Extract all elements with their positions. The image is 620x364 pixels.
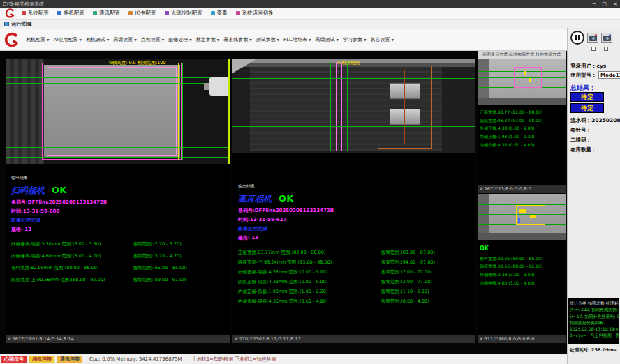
chevron-down-icon: ▼ — [162, 38, 164, 42]
toolbar-button-camera-config[interactable]: 相机配置▼ — [24, 35, 51, 45]
alarm-range: 报警范围:(2.00 - 77.00) — [381, 269, 432, 275]
chevron-down-icon: ▼ — [277, 38, 279, 42]
measure-overlay-label: N轴高度: 93. 检测范围:100 — [109, 60, 166, 66]
measurement-row: 正极宽度:83.77mm 范围:(82.00 - 88.00)报警范围:(83.… — [238, 250, 473, 256]
tab-run-image[interactable]: 运行图像 — [4, 21, 32, 28]
measurement-row: 外侧正极-隔膜:4.38mm 范围:(0.00 - 9.00)报警范围:(2.0… — [238, 269, 473, 275]
aux-measure-value: 隔膜宽度:90.56 (88.00 - 92.00) — [480, 262, 563, 271]
roi-rect — [514, 67, 542, 88]
machine-frame — [6, 59, 44, 164]
menu-item-light-config[interactable]: 光源控制配置 — [165, 10, 202, 17]
pin-number-label: 卷针号： — [570, 127, 591, 134]
toolbar: 相机配置▼ AI使用配置▼ 相机调试▼ 高级设置▼ 点检设置▼ 图像处理▼ 标定… — [0, 29, 567, 51]
camera-view-aux-top[interactable]: 正极宽度:83.77 (82.00 - 88.00) 隔膜宽度:95.24 (9… — [478, 59, 566, 193]
camera-view-left[interactable]: N轴高度: 93. 检测范围:100 输出结果 扫码相机 OK 条码号:DFFl… — [6, 59, 230, 335]
close-button[interactable]: ✕ — [613, 1, 617, 7]
toolbar-button-plc-address[interactable]: PLC地址表▼ — [281, 35, 313, 45]
menu-icon — [57, 11, 61, 15]
edge-line-green — [347, 62, 348, 151]
camera-title: 高度相机 — [238, 194, 272, 204]
menu-item-view[interactable]: 查看 — [211, 10, 228, 17]
stats-line: 2025.02.08-13:31:39:45: — [570, 326, 618, 332]
gripper-arm — [204, 83, 209, 90]
button-label: 高级测试 — [316, 36, 335, 43]
aux-measure-value: 卷料宽度:82.05 (80.00 - 86.00) — [480, 255, 563, 263]
camera-button-top[interactable] — [587, 33, 598, 43]
comm-connection-badge[interactable]: 通讯连接 — [57, 356, 82, 363]
model-select[interactable]: Mode11 ▼ — [598, 71, 620, 79]
menu-label: 查看 — [217, 10, 228, 17]
menu-label: IO卡配置 — [135, 10, 156, 17]
measure-line — [6, 157, 230, 158]
menu-bar: 系统配置 相机配置 通讯配置 IO卡配置 光源控制配置 查看 系统语言切换 — [0, 8, 620, 20]
status-bar: 心跳信号 相机连接 通讯连接 Cpu: 0.0% Memory: 3424.41… — [0, 354, 567, 364]
toolbar-button-baseline-params[interactable]: 基准线参数▼ — [221, 35, 253, 45]
button-label: 相机调试 — [86, 36, 105, 43]
toolbar-button-calibration-params[interactable]: 标定参数▼ — [194, 35, 221, 45]
measure-line — [6, 142, 230, 142]
barcode-text: 条码号:DFFline2025020813313472B — [238, 207, 473, 214]
layout-mode-bar[interactable]: 画面显示方式 标准布局方式 拉伸布局方式 — [478, 51, 566, 59]
chevron-down-icon: ▼ — [364, 38, 366, 42]
ai-overlay-label: AI检测框图 — [337, 60, 360, 66]
model-line: 使用型号： — [570, 72, 597, 79]
button-label: PLC地址表 — [283, 36, 307, 43]
toolbar-button-advanced-settings[interactable]: 高级设置▼ — [111, 35, 138, 45]
measurement-row: 外侧卷线-隔膜:3.38mm 范围:(3.00 - 3.50)报警范围:(2.2… — [11, 241, 228, 248]
measurement-row: 内侧正极-负极:1.93mm 范围:(1.00 - 2.20)报警范围:(1.1… — [238, 289, 473, 295]
pause-button[interactable] — [570, 31, 584, 45]
stats-line: 0~cys=一号上料检测一图像 — [570, 332, 618, 338]
alarm-range: 报警范围:(0.60 - 4.00) — [381, 298, 429, 305]
camera-view-aux-bottom[interactable]: OK 卷料宽度:82.05 (80.00 - 86.00) 隔膜宽度:90.56… — [478, 194, 566, 335]
camera-view-middle[interactable]: AI检测框图 输出结果 高度相机 OK 条码号:DFFline202502081… — [232, 59, 475, 335]
camera-checkboxes — [591, 47, 608, 51]
menu-item-comm-config[interactable]: 通讯配置 — [93, 10, 120, 17]
gripper — [209, 77, 230, 96]
toolbar-button-advanced-test[interactable]: 高级测试▼ — [313, 35, 341, 45]
sidebar-controls — [570, 31, 612, 45]
camera-connection-badge[interactable]: 相机连接 — [29, 356, 54, 363]
measure-value: 隔膜宽度-上:90.56mm 范围:(88.00 - 92.00) — [11, 277, 133, 283]
camera-image-aux-top — [478, 59, 566, 105]
menu-label: 相机配置 — [64, 10, 84, 17]
toolbar-button-image-processing[interactable]: 图像处理▼ — [166, 35, 193, 45]
roi-rect-red — [404, 70, 427, 144]
chevron-down-icon: ▼ — [189, 38, 191, 42]
minimize-button[interactable]: ─ — [593, 1, 596, 7]
toolbar-button-camera-debug[interactable]: 相机调试▼ — [84, 35, 111, 45]
alarm-range: 报警范围:(89.00 - 91.00) — [133, 277, 187, 283]
menu-item-language-switch[interactable]: 系统语言切换 — [236, 10, 274, 17]
toolbar-button-other-settings[interactable]: 其它设置▼ — [369, 35, 396, 45]
toolbar-button-spot-check[interactable]: 点检设置▼ — [139, 35, 166, 45]
marker-blue — [518, 218, 520, 223]
camera-checkbox-1[interactable] — [591, 47, 596, 51]
menu-item-system-config[interactable]: 系统配置 — [22, 10, 49, 17]
aux-measure-lines: 正极宽度:83.77 (82.00 - 88.00) 隔膜宽度:95.24 (9… — [478, 105, 566, 149]
aux-measure-value: 隔膜宽度:95.24 (93.00 - 98.00) — [480, 116, 563, 125]
spec-text: 规格: 13 — [238, 234, 473, 241]
toolbar-button-learning-params[interactable]: 学习参数▼ — [341, 35, 368, 45]
toolbar-button-ai-config[interactable]: AI使用配置▼ — [51, 35, 83, 45]
heartbeat-badge[interactable]: 心跳信号 — [1, 356, 27, 363]
camera-checkbox-2[interactable] — [604, 47, 608, 51]
machine-frame — [478, 98, 566, 105]
button-label: AI使用配置 — [53, 36, 78, 43]
toolbar-button-test-params[interactable]: 测试参数▼ — [254, 35, 281, 45]
measure-line — [6, 162, 230, 162]
pixel-coords-right: X:311;Y:980;R:0;G:0;B:0 — [478, 335, 566, 343]
camera-button-bottom[interactable] — [601, 33, 612, 43]
menu-label: 系统语言切换 — [242, 10, 274, 17]
measure-line — [6, 77, 230, 78]
elapsed-time: 处理耗时: 258.09ms — [570, 347, 617, 354]
menu-item-io-config[interactable]: IO卡配置 — [128, 10, 156, 17]
app-window: CYG-视觉检测系统 ─ □ ✕ 系统配置 相机配置 通讯配置 IO卡配置 光源… — [0, 0, 620, 364]
aux-measure-value: 正极宽度:83.77 (82.00 - 88.00) — [480, 108, 563, 116]
app-logo — [3, 31, 21, 49]
chevron-down-icon: ▼ — [249, 38, 251, 42]
camera-info-text: 上相机1=扫码检测 下相机1=拍照检测 — [192, 356, 276, 363]
menu-item-camera-config[interactable]: 相机配置 — [57, 10, 84, 17]
maximize-button[interactable]: □ — [602, 1, 607, 7]
login-user-label: 登录用户： — [570, 63, 597, 69]
measurement-row: 内侧卷线-隔膜:4.60mm 范围:(3.00 - 4.00)报警范围:(3.2… — [11, 253, 228, 259]
edge-line-green — [330, 62, 331, 151]
